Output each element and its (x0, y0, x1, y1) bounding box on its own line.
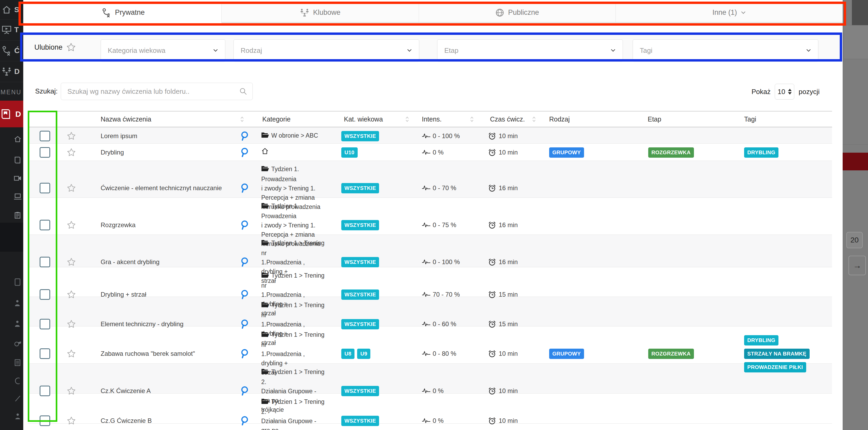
stepper-arrows-icon[interactable] (788, 89, 792, 95)
preview-magnifier-icon[interactable] (240, 131, 250, 141)
star-icon[interactable] (66, 43, 76, 52)
table-body: Lorem ipsum W obronie > ABC WSZYSTKIE 0 … (28, 127, 832, 424)
favorite-star-icon[interactable] (67, 349, 76, 358)
intensity-pulse-icon (422, 258, 431, 266)
preview-magnifier-icon[interactable] (240, 416, 250, 426)
tablet-icon (14, 278, 22, 286)
search-label: Szukaj: (35, 87, 58, 95)
favorite-star-icon[interactable] (67, 417, 76, 425)
column-header-kat-wiekowa[interactable]: Kat. wiekowa (341, 112, 421, 127)
intensity-value: 0 - 75 % (433, 221, 456, 229)
column-header-nazwa[interactable]: Nazwa ćwiczenia (101, 112, 233, 127)
filter-dropdown-kategoria-wiekowa[interactable]: Kategoria wiekowa (101, 39, 225, 62)
column-header-tagi[interactable]: Tagi (744, 112, 832, 127)
page-size-value: 10 (778, 88, 785, 96)
row-checkbox[interactable] (40, 131, 50, 141)
preview-magnifier-icon[interactable] (240, 147, 250, 157)
book-icon (14, 156, 22, 164)
sort-icon[interactable] (470, 116, 474, 123)
filter-dropdown-rodzaj[interactable]: Rodzaj (234, 39, 419, 62)
badge-wszystkie: WSZYSTKIE (341, 257, 379, 267)
filter-dropdown-tagi[interactable]: Tagi (633, 39, 818, 62)
clipboard-icon (14, 211, 22, 219)
backdrop-divider (843, 145, 868, 145)
rodzaj-badges (548, 127, 647, 145)
open-folder-icon (261, 165, 269, 175)
sidebar-item-active[interactable]: D (0, 101, 23, 127)
search-input[interactable] (61, 87, 239, 96)
clock-icon (488, 148, 496, 156)
filter-dropdown-etap[interactable]: Etap (437, 39, 623, 62)
favorite-star-icon[interactable] (67, 184, 76, 192)
intensity-value: 0 - 100 % (433, 258, 460, 266)
category-path: W obronie > ABC (271, 132, 318, 139)
tab-klubowe[interactable]: Klubowe (221, 3, 419, 23)
preview-magnifier-icon[interactable] (240, 183, 250, 193)
video-camera-icon (14, 174, 22, 182)
sort-icon[interactable] (240, 116, 244, 123)
intensity-value: 0 - 80 % (433, 350, 456, 357)
arc-icon (14, 377, 22, 385)
badge-wszystkie: WSZYSTKIE (341, 183, 379, 193)
list-icon (14, 359, 22, 367)
column-header-kategorie[interactable]: Kategorie (257, 112, 341, 127)
intensity-value: 0 - 100 % (433, 132, 460, 140)
row-checkbox[interactable] (40, 183, 50, 193)
chevron-down-icon (806, 49, 811, 52)
chevron-down-icon (741, 11, 746, 14)
row-checkbox[interactable] (40, 220, 50, 230)
next-page-arrow-button[interactable]: → (848, 256, 866, 275)
favorite-star-icon[interactable] (67, 148, 76, 157)
favorite-star-icon[interactable] (67, 258, 76, 266)
row-checkbox[interactable] (40, 348, 50, 359)
column-header-intens[interactable]: Intens. (421, 112, 486, 127)
row-checkbox[interactable] (40, 257, 50, 267)
intensity-value: 0 - 70 % (433, 184, 456, 192)
tab-publiczne[interactable]: Publiczne (419, 3, 616, 23)
sidebar-item-label: T (14, 26, 19, 34)
table-row: Ćwiczenie - element technicznyt nauczani… (28, 161, 832, 198)
row-checkbox[interactable] (40, 147, 50, 158)
person-icon (14, 412, 22, 420)
globe-icon (495, 8, 504, 17)
favorite-star-icon[interactable] (67, 221, 76, 229)
preview-magnifier-icon[interactable] (240, 257, 250, 267)
sidebar-item-teams[interactable]: D (0, 61, 23, 82)
clock-icon (488, 221, 496, 229)
line-icon (14, 395, 22, 402)
page-size-label: Pokaż (751, 88, 771, 96)
badge-wszystkie: WSZYSTKIE (341, 416, 379, 426)
column-header-etap[interactable]: Etap (647, 112, 744, 127)
badge-grupowy: GRUPOWY (549, 349, 584, 359)
exercise-name: Lorem ipsum (101, 127, 233, 145)
dropdown-placeholder: Etap (444, 47, 459, 55)
favorite-star-icon[interactable] (67, 132, 76, 140)
column-header-rodzaj[interactable]: Rodzaj (548, 112, 647, 127)
laptop-icon (14, 192, 22, 201)
tab-prywatne[interactable]: Prywatne (25, 3, 221, 23)
dropdown-placeholder: Rodzaj (241, 47, 262, 55)
row-checkbox[interactable] (40, 416, 50, 426)
exercise-name: Drybling (101, 144, 233, 161)
sidebar-item-trainings[interactable]: T (0, 19, 23, 41)
page-size-stepper[interactable]: 10 (775, 84, 794, 99)
favorites-filter[interactable]: Ulubione (34, 33, 76, 62)
etap-badges: ROZGRZEWKA (647, 144, 744, 161)
preview-magnifier-icon[interactable] (240, 349, 250, 359)
tab-inne[interactable]: Inne (1) (616, 3, 843, 23)
page-size-suffix: pozycji (799, 88, 819, 96)
rodzaj-badges: GRUPOWY (548, 144, 647, 161)
sidebar-item-exercises[interactable]: Ć (0, 40, 23, 61)
sort-icon[interactable] (532, 116, 536, 123)
column-header-czas[interactable]: Czas ćwicz. (486, 112, 548, 127)
preview-magnifier-icon[interactable] (240, 220, 250, 230)
clock-icon (488, 350, 496, 358)
sidebar-item-start[interactable]: S (0, 0, 23, 20)
sort-icon[interactable] (405, 116, 409, 123)
table-row: Cz.G Ćwiczenie B Tydzien 1 > Trening 2. … (28, 394, 832, 424)
badge-rozgrzewka: ROZGRZEWKA (648, 147, 694, 158)
tactics-icon (102, 8, 111, 18)
etap-badges (647, 127, 744, 145)
search-box (61, 83, 253, 100)
intensity-pulse-icon (422, 149, 431, 156)
